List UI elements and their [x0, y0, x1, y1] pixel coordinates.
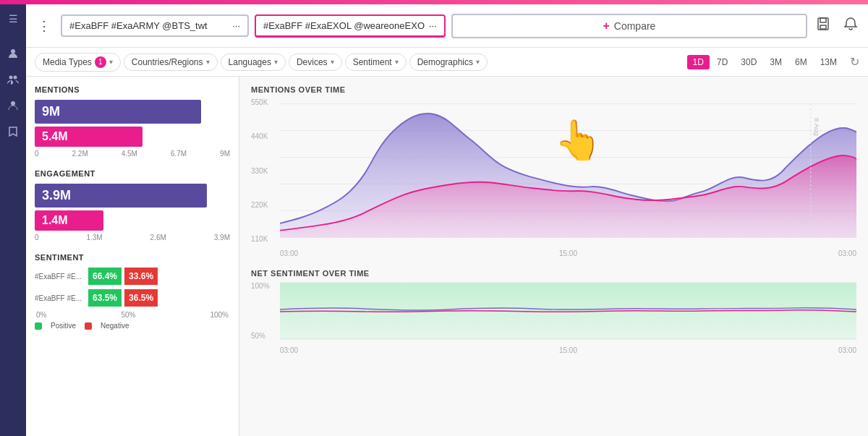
- legend-negative-dot: [85, 322, 92, 330]
- mentions-axis: 0 2.2M 4.5M 6.7M 9M: [35, 150, 230, 158]
- search-dots-2[interactable]: ···: [429, 20, 437, 31]
- mentions-bar-1: 9M: [35, 100, 230, 124]
- net-sentiment-chart: 100% 50%: [251, 282, 856, 354]
- legend-positive-label: Positive: [51, 322, 76, 330]
- cursor-hand: 👆: [554, 117, 603, 163]
- menu-dots[interactable]: ⋮: [33, 15, 55, 37]
- sidebar-icon-bookmark[interactable]: [0, 119, 26, 145]
- sent-neg-1: 33.6%: [124, 268, 158, 285]
- filter-sentiment-label: Sentiment: [353, 57, 392, 67]
- sentiment-legend: Positive Negative: [35, 322, 230, 330]
- filter-devices-label: Devices: [297, 57, 328, 67]
- refresh-icon[interactable]: ↻: [850, 55, 859, 69]
- chevron-down-icon-6: ▾: [476, 58, 480, 66]
- compare-label: Compare: [614, 20, 656, 32]
- bell-icon[interactable]: [841, 14, 861, 38]
- sent-pos-1: 66.4%: [88, 268, 122, 285]
- mentions-value-1: 9M: [35, 100, 201, 124]
- sent-label-1: #ExaBFF #E...: [35, 273, 85, 281]
- aug-label: 8 Aug: [813, 118, 821, 136]
- svg-point-0: [11, 49, 15, 54]
- top-accent-bar: [0, 0, 868, 4]
- filter-languages-label: Languages: [229, 57, 271, 67]
- search-text-1: #ExaBFF #ExaARMY @BTS_twt: [69, 20, 208, 31]
- svg-rect-4: [818, 18, 828, 30]
- right-panel: MENTIONS OVER TIME 550K 440K 330K 220K 1…: [239, 77, 868, 436]
- compare-plus-icon: +: [603, 20, 609, 33]
- date-30d[interactable]: 30D: [735, 55, 762, 69]
- date-3m[interactable]: 3M: [764, 55, 788, 69]
- main-content: ⋮ #ExaBFF #ExaARMY @BTS_twt ··· #ExaBFF …: [26, 4, 868, 436]
- engagement-bar-2: 1.4M: [35, 210, 230, 231]
- mentions-chart-title: MENTIONS OVER TIME: [251, 85, 856, 94]
- filter-countries-label: Countries/Regions: [132, 57, 203, 67]
- sent-label-2: #ExaBFF #E...: [35, 294, 85, 302]
- mentions-chart: 550K 440K 330K 220K 110K: [251, 98, 856, 257]
- svg-rect-5: [820, 18, 826, 22]
- search-dots-1[interactable]: ···: [232, 20, 240, 31]
- filter-demographics-label: Demographics: [417, 57, 473, 67]
- date-7d[interactable]: 7D: [711, 55, 733, 69]
- chevron-down-icon-4: ▾: [331, 58, 334, 66]
- mentions-chart-svg: 👆 8 Aug: [280, 98, 856, 243]
- search-text-2: #ExaBFF #ExaEXOL @weareoneEXO: [263, 20, 425, 31]
- engagement-bar-1: 3.9M: [35, 184, 230, 208]
- engagement-axis: 0 1.3M 2.6M 3.9M: [35, 234, 230, 241]
- sidebar-icon-menu[interactable]: ☰: [0, 6, 26, 32]
- date-1d[interactable]: 1D: [687, 55, 710, 69]
- sidebar-icon-group[interactable]: [0, 67, 26, 93]
- chevron-down-icon: ▾: [109, 58, 113, 66]
- date-13m[interactable]: 13M: [814, 55, 843, 69]
- chevron-down-icon-5: ▾: [395, 58, 399, 66]
- svg-point-2: [14, 76, 17, 80]
- sidebar-icon-user[interactable]: [0, 40, 26, 67]
- mentions-title: MENTIONS: [35, 85, 230, 94]
- sentiment-row-2: #ExaBFF #E... 63.5% 36.5%: [35, 289, 230, 307]
- legend-positive-dot: [35, 322, 42, 330]
- topbar-actions: [813, 14, 861, 38]
- filter-media-badge: 1: [95, 56, 106, 68]
- svg-rect-6: [820, 25, 826, 29]
- filterbar: Media Types 1 ▾ Countries/Regions ▾ Lang…: [26, 48, 868, 77]
- sidebar: ☰: [0, 0, 26, 436]
- mentions-bar-2: 5.4M: [35, 127, 230, 147]
- compare-button[interactable]: + Compare: [451, 14, 807, 38]
- engagement-value-2: 1.4M: [35, 210, 103, 231]
- mentions-value-2: 5.4M: [35, 127, 142, 147]
- net-y-axis: 100% 50%: [251, 282, 280, 340]
- filter-media-label: Media Types: [43, 57, 92, 67]
- left-panel: MENTIONS 9M 5.4M 0 2.2M 4.5M 6.7M 9M ENG…: [26, 77, 239, 436]
- net-x-axis: 03:00 15:00 03:00: [280, 346, 856, 354]
- content-area: MENTIONS 9M 5.4M 0 2.2M 4.5M 6.7M 9M ENG…: [26, 77, 868, 436]
- filter-languages[interactable]: Languages ▾: [221, 54, 286, 71]
- filter-media-types[interactable]: Media Types 1 ▾: [35, 53, 121, 72]
- sentiment-section: SENTIMENT #ExaBFF #E... 66.4% 33.6% #Exa…: [35, 253, 230, 330]
- topbar: ⋮ #ExaBFF #ExaARMY @BTS_twt ··· #ExaBFF …: [26, 4, 868, 48]
- mentions-x-axis: 03:00 15:00 03:00: [280, 249, 856, 257]
- sent-pos-2: 63.5%: [88, 289, 122, 307]
- filter-devices[interactable]: Devices ▾: [289, 54, 342, 71]
- engagement-section: ENGAGEMENT 3.9M 1.4M 0 1.3M 2.6M 3.9M: [35, 169, 230, 241]
- search-box-2[interactable]: #ExaBFF #ExaEXOL @weareoneEXO ···: [255, 14, 446, 38]
- filter-demographics[interactable]: Demographics ▾: [409, 54, 488, 71]
- sidebar-icon-profile[interactable]: [0, 93, 26, 119]
- mentions-y-axis: 550K 440K 330K 220K 110K: [251, 98, 280, 243]
- date-range-selector: 1D 7D 30D 3M 6M 13M ↻: [687, 55, 859, 69]
- net-sentiment-svg: [280, 282, 856, 340]
- filter-countries[interactable]: Countries/Regions ▾: [124, 54, 218, 71]
- search-box-1[interactable]: #ExaBFF #ExaARMY @BTS_twt ···: [61, 14, 249, 37]
- date-6m[interactable]: 6M: [789, 55, 813, 69]
- chevron-down-icon-2: ▾: [206, 58, 210, 66]
- svg-point-1: [9, 76, 13, 80]
- sent-neg-2: 36.5%: [124, 289, 158, 307]
- legend-negative-label: Negative: [101, 322, 129, 330]
- mentions-section: MENTIONS 9M 5.4M 0 2.2M 4.5M 6.7M 9M: [35, 85, 230, 158]
- sentiment-axis: 0% 50% 100%: [35, 311, 230, 319]
- sentiment-row-1: #ExaBFF #E... 66.4% 33.6%: [35, 268, 230, 285]
- sentiment-title: SENTIMENT: [35, 253, 230, 262]
- save-button[interactable]: [813, 14, 833, 38]
- engagement-title: ENGAGEMENT: [35, 169, 230, 178]
- filter-sentiment[interactable]: Sentiment ▾: [345, 54, 407, 71]
- chevron-down-icon-3: ▾: [274, 58, 278, 66]
- engagement-value-1: 3.9M: [35, 184, 207, 208]
